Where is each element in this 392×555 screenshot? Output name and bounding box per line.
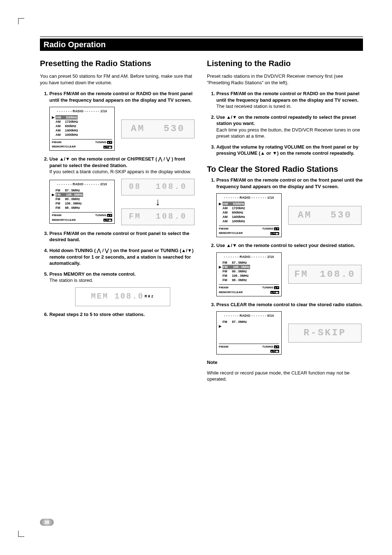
pointer-icon: ▶ — [219, 324, 222, 328]
updown-icon: ▲▼ — [274, 345, 279, 348]
osd-band: AM — [222, 206, 232, 210]
osd-freq: 87 . 5MHz — [232, 260, 247, 265]
osd-freq: 1400kHz — [65, 128, 78, 133]
osd-freq: 108 . 0MHz — [233, 265, 250, 269]
nav-icon: ▲▼◀▶ — [270, 350, 279, 353]
osd-row: ▶FM108 . 0MHz — [219, 265, 279, 269]
osd-fmam-label: FM/AM — [219, 345, 228, 349]
lcd-right: 108.0 — [156, 182, 187, 193]
osd-footer: FM/AMTUNING ▲▼▲▼◀▶ — [219, 344, 279, 353]
step-text: Press CLEAR the remote control to clear … — [216, 302, 363, 307]
osd-memclear-label: MEMORY/CLEAR — [52, 145, 75, 149]
pointer-icon: ▶ — [52, 115, 56, 119]
step-text: Press FM/AM on the remote control or fro… — [49, 231, 189, 243]
step-text: Press FM/AM on the remote control or RAD… — [216, 91, 359, 103]
osd-memclear-label: MEMORY/CLEAR — [219, 291, 242, 295]
osd-row: FM106 . 0MHz — [52, 201, 112, 206]
osd-footer: FM/AMTUNING ▲▼MEMORY/CLEAR▲▼◀▶ — [219, 226, 279, 236]
lcd-display: AM 530 — [288, 206, 362, 225]
nav-icon: ▲▼◀▶ — [270, 291, 279, 294]
manual-page: Radio Operation Presetting the Radio Sta… — [0, 0, 392, 555]
osd-row: FM87 . 5MHz — [219, 260, 279, 265]
step-subtext: The last received station is tuned in. — [216, 103, 363, 110]
osd-row: FM90 . 0MHz — [219, 269, 279, 274]
lcd-display: FM 108.0 — [121, 208, 195, 225]
osd-memclear-label: MEMORY/CLEAR — [52, 218, 75, 222]
osd-freq: 600kHz — [65, 124, 76, 128]
osd-band: FM — [222, 274, 232, 278]
osd-band: AM — [222, 202, 233, 206]
osd-band: FM — [56, 193, 66, 197]
top-rule — [40, 36, 363, 37]
preset-step-4: Hold down TUNING ( ⋀ / ⋁ ) on the front … — [49, 247, 196, 267]
osd-band: FM — [222, 278, 232, 282]
osd-fmam-label: FM/AM — [52, 214, 61, 218]
osd-title: - - - - - - - RADIO - - - - - - - 1/10 — [219, 196, 279, 200]
nav-icon: ▲▼◀▶ — [103, 219, 112, 222]
osd-tuning-label: TUNING ▲▼ — [95, 214, 112, 218]
osd-row — [219, 333, 279, 337]
lcd-band: FM — [294, 268, 309, 281]
osd-freq: 1000kHz — [232, 219, 245, 223]
osd-freq: 106 . 0MHz — [232, 274, 249, 278]
step-text: Press FM/AM on the remote control or on … — [216, 177, 363, 189]
osd-title: - - - - - - - RADIO - - - - - - - 6/10 — [219, 314, 279, 318]
preset-step-3: Press FM/AM on the remote control or fro… — [49, 230, 196, 243]
lcd-freq: 108.0 — [320, 268, 355, 281]
osd-row: AM1400kHz — [52, 128, 112, 133]
section-title: Radio Operation — [44, 40, 106, 49]
step-text: Hold down TUNING ( ⋀ / ⋁ ) on the front … — [49, 248, 193, 266]
osd-row: ▶ — [219, 324, 279, 328]
pointer-icon: ▶ — [52, 193, 56, 197]
lcd-right: 108.0 — [156, 211, 187, 222]
osd-fmam-label: FM/AM — [219, 227, 228, 231]
step-text: Use ▲/▼ on the remote control or CH/PRES… — [49, 156, 185, 168]
osd-freq: 98 . 0MHz — [65, 206, 80, 210]
lcd-display: 08 108.0 — [121, 179, 195, 195]
osd-band: AM — [56, 133, 65, 137]
crop-mark-icon — [18, 531, 24, 537]
osd-row: FM106 . 0MHz — [219, 274, 279, 278]
osd-memclear-label: MEMORY/CLEAR — [219, 231, 242, 235]
osd-footer: FM/AMTUNING ▲▼MEMORY/CLEAR▲▼◀▶ — [52, 139, 112, 149]
osd-row: FM90 . 0MHz — [52, 197, 112, 201]
step-text: Adjust the volume by rotating VOLUME on … — [216, 144, 358, 156]
step-subtext: If you select a blank column, R-SKIP app… — [49, 169, 196, 175]
preset-steps: Press FM/AM on the remote control or RAD… — [40, 90, 196, 317]
osd-freq: 1720kHz — [65, 119, 78, 124]
osd-band: AM — [56, 124, 65, 128]
osd-fmam-label: FM/AM — [52, 141, 61, 145]
osd-band: FM — [56, 188, 65, 193]
osd-row: AM600kHz — [52, 124, 112, 128]
osd-freq: 1720kHz — [232, 206, 245, 210]
osd-freq: 106 . 0MHz — [65, 201, 82, 206]
lcd-display: FM 108.0 — [288, 265, 362, 284]
listen-intro: Preset radio stations in the DVD/VCR Rec… — [207, 73, 363, 86]
step-text: Repeat steps 2 to 5 to store other stati… — [49, 312, 145, 317]
osd-row: ▶AM530kHz — [219, 202, 279, 206]
osd-tuning-label: TUNING ▲▼ — [262, 227, 279, 231]
crop-mark-icon — [18, 18, 24, 24]
osd-tuning-label: TUNING ▲▼ — [95, 141, 112, 145]
osd-tuning-label: TUNING ▲▼ — [262, 286, 279, 290]
osd-row: AM1720kHz — [219, 206, 279, 210]
page-number: 38 — [40, 519, 54, 526]
osd-band: FM — [56, 197, 65, 201]
osd-band: AM — [56, 128, 65, 133]
listen-heading: Listening to the Radio — [207, 59, 363, 68]
osd-row — [219, 328, 279, 333]
pointer-icon: ▶ — [219, 202, 222, 206]
preset-step-6: Repeat steps 2 to 5 to store other stati… — [49, 311, 196, 318]
osd-row: FM87 . 0MHz — [219, 320, 279, 324]
left-column: Presetting the Radio Stations You can pr… — [40, 56, 196, 387]
osd-panel: - - - - - - - RADIO - - - - - - - 2/10FM… — [49, 180, 115, 224]
osd-footer: FM/AMTUNING ▲▼MEMORY/CLEAR▲▼◀▶ — [219, 284, 279, 295]
osd-freq: 90 . 0MHz — [65, 197, 80, 201]
osd-freq: 98 . 0MHz — [232, 278, 247, 282]
updown-icon: ▲▼ — [107, 141, 112, 144]
clear-step-2: Use ▲/▼ on the remote control to select … — [216, 242, 363, 296]
osd-panel: - - - - - - - RADIO - - - - - - - 6/10FM… — [216, 311, 282, 354]
lcd-display: AM 530 — [121, 119, 195, 138]
osd-freq: 87 . 5MHz — [65, 188, 80, 193]
clear-heading: To Clear the Stored Radio Stations — [207, 165, 363, 174]
